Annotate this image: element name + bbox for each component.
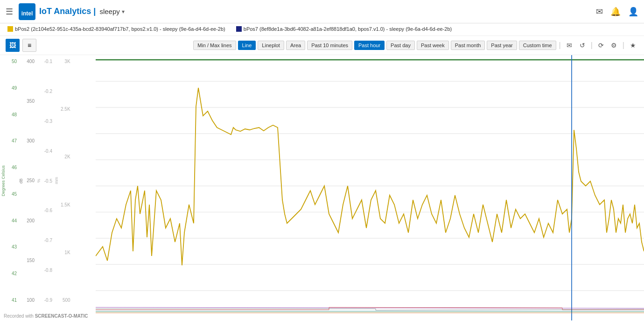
refresh-icon[interactable]: ↺ (577, 40, 588, 51)
svg-text:intel: intel (21, 10, 33, 17)
y-axis-db-values: 400 350 300 250 200 150 100 (24, 55, 35, 306)
device-name: sleepy (99, 7, 119, 15)
custom-time-button[interactable]: Custom time (519, 41, 556, 50)
separator-3: | (623, 41, 624, 50)
legend-item-bpos7: bPos7 (8ef8de1a-3bd6-4082-a81a-2ef8818df… (236, 26, 452, 32)
y-axis-mm-values: 3K 2.5K 2K 1.5K 1K 500 (60, 55, 71, 306)
legend-item-bpos2: bPos2 (2c104e52-951c-435a-bcd2-83940af71… (7, 26, 225, 32)
past-10-minutes-button[interactable]: Past 10 minutes (307, 41, 352, 50)
star-icon[interactable]: ★ (627, 40, 638, 51)
legend-bar: bPos2 (2c104e52-951c-435a-bcd2-83940af71… (0, 23, 644, 36)
min-max-lines-button[interactable]: Min / Max lines (193, 41, 236, 50)
y-axis-mm: mm 3K 2.5K 2K 1.5K 1K 500 (53, 55, 71, 306)
y-axis-mm-label: mm (53, 55, 60, 306)
past-day-button[interactable]: Past day (386, 41, 415, 50)
toolbar-view-buttons: 🖼 ≡ (6, 39, 36, 52)
past-week-button[interactable]: Past week (417, 41, 449, 50)
separator-1: | (559, 41, 561, 50)
y-axis-percent-values: -0.1 -0.2 -0.3 -0.4 -0.5 -0.6 -0.7 -0.8 … (42, 55, 53, 306)
chart-area: Degrees Celsius 50 49 48 47 46 45 44 43 … (0, 55, 644, 320)
notification-icon[interactable]: 🔔 (610, 7, 621, 17)
mail-toolbar-icon[interactable]: ✉ (564, 40, 575, 51)
app-title: IoT Analytics | (39, 7, 96, 16)
header: ☰ intel IoT Analytics | sleepy ▾ ✉ 🔔 👤 (0, 0, 644, 23)
past-hour-button[interactable]: Past hour (354, 41, 385, 50)
device-selector[interactable]: sleepy ▾ (99, 7, 126, 15)
list-view-button[interactable]: ≡ (22, 39, 36, 52)
intel-logo: intel (19, 3, 35, 20)
chevron-down-icon: ▾ (122, 8, 125, 15)
y-axis-percent: % -0.1 -0.2 -0.3 -0.4 -0.5 -0.6 -0.7 -0.… (35, 55, 53, 306)
toolbar-time-buttons: Min / Max lines Line Lineplot Area Past … (193, 40, 638, 51)
screencast-logo: SCREENCAST-O-MATIC (35, 313, 88, 319)
reload-icon[interactable]: ⟳ (595, 40, 607, 51)
chart-svg[interactable] (96, 55, 644, 320)
y-axis-db-label: dB (18, 55, 24, 306)
legend-color-bpos2 (7, 26, 13, 32)
y-axis-percent-label: % (35, 55, 42, 306)
separator-2: | (591, 41, 593, 50)
legend-label-bpos7: bPos7 (8ef8de1a-3bd6-4082-a81a-2ef8818df… (244, 26, 452, 32)
y-axis-celsius-values: 50 49 48 47 46 45 44 43 42 41 (7, 55, 18, 306)
line-button[interactable]: Line (238, 41, 256, 50)
y-axis-db: dB 400 350 300 250 200 150 100 (18, 55, 35, 306)
watermark: Recorded with SCREENCAST-O-MATIC (0, 313, 91, 320)
user-icon[interactable]: 👤 (628, 7, 638, 17)
legend-label-bpos2: bPos2 (2c104e52-951c-435a-bcd2-83940af71… (15, 26, 225, 32)
past-month-button[interactable]: Past month (451, 41, 485, 50)
legend-color-bpos7 (236, 26, 242, 32)
menu-icon[interactable]: ☰ (6, 7, 13, 17)
image-view-button[interactable]: 🖼 (6, 39, 20, 52)
past-year-button[interactable]: Past year (487, 41, 517, 50)
y-axis-celsius: Degrees Celsius 50 49 48 47 46 45 44 43 … (0, 55, 18, 306)
mail-icon[interactable]: ✉ (596, 7, 603, 17)
area-button[interactable]: Area (286, 41, 305, 50)
y-axis-extra (71, 55, 89, 306)
header-actions: ✉ 🔔 👤 (596, 7, 638, 17)
y-axis-celsius-label: Degrees Celsius (0, 55, 7, 306)
settings-icon[interactable]: ⚙ (609, 40, 620, 51)
lineplot-button[interactable]: Lineplot (258, 41, 284, 50)
toolbar: 🖼 ≡ Min / Max lines Line Lineplot Area P… (0, 36, 644, 55)
watermark-text: Recorded with (4, 313, 34, 319)
y-axes: Degrees Celsius 50 49 48 47 46 45 44 43 … (0, 55, 96, 306)
